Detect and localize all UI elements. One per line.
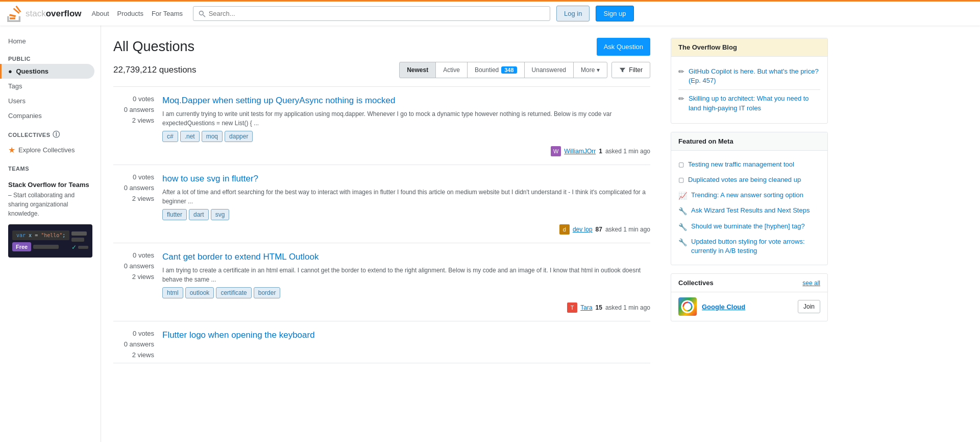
sidebar-item-users[interactable]: Users [0, 94, 94, 108]
question-title[interactable]: Moq.Dapper when setting up QueryAsync no… [162, 96, 395, 105]
bountied-count-badge: 348 [501, 66, 517, 74]
filter-button[interactable]: Filter [611, 62, 650, 78]
meta-item-moderation: 🔧 Ask Wizard Test Results and Next Steps [678, 203, 820, 218]
tag[interactable]: svg [211, 209, 230, 220]
teams-promo: Stack Overflow for Teams – Start collabo… [0, 174, 101, 265]
question-title[interactable]: Flutter logo when opening the keyboard [162, 330, 315, 340]
featured-meta-body: ▢ Testing new traffic management tool ▢ … [671, 151, 827, 265]
question-excerpt: I am trying to create a certificate in a… [162, 266, 650, 284]
question-meta: d dev lop 87 asked 1 min ago [162, 224, 650, 235]
asked-time: asked 1 min ago [605, 226, 650, 233]
blog-post-link[interactable]: GitHub Copilot is here. But what's the p… [689, 67, 820, 85]
main-container: Home PUBLIC ● Questions Tags Users Compa… [0, 26, 980, 442]
question-count: 22,739,212 questions [113, 65, 197, 75]
tag[interactable]: c# [162, 131, 178, 142]
google-cloud-icon [678, 297, 697, 316]
sidebar-item-explore-collectives[interactable]: ★ Explore Collectives [0, 142, 94, 158]
sidebar-item-companies[interactable]: Companies [0, 108, 94, 123]
meta-link[interactable]: Trending: A new answer sorting option [691, 191, 803, 200]
question-user[interactable]: WilliamJOrr [564, 148, 596, 155]
question-user[interactable]: dev lop [573, 226, 593, 233]
collective-name: Google Cloud [702, 303, 745, 311]
tag[interactable]: html [162, 287, 183, 298]
tab-bountied[interactable]: Bountied 348 [467, 62, 525, 78]
nav-products[interactable]: Products [113, 8, 148, 19]
question-excerpt: I am currently trying to write unit test… [162, 109, 650, 128]
featured-meta-widget: Featured on Meta ▢ Testing new traffic m… [671, 132, 828, 265]
meta-link[interactable]: Duplicated votes are being cleaned up [688, 175, 801, 184]
view-count: 2 views [132, 117, 154, 124]
tag[interactable]: border [254, 287, 281, 298]
blog-post-link[interactable]: Skilling up to architect: What you need … [689, 94, 820, 112]
sidebar-item-home[interactable]: Home [0, 34, 94, 49]
asked-time: asked 1 min ago [605, 304, 650, 311]
tab-active[interactable]: Active [435, 62, 468, 78]
info-icon[interactable]: ⓘ [53, 130, 60, 139]
meta-link[interactable]: Testing new traffic management tool [688, 160, 794, 169]
answer-count: 0 answers [124, 106, 154, 113]
question-excerpt: After a lot of time and effort searching… [162, 188, 650, 206]
overflow-blog-header: The Overflow Blog [671, 38, 827, 57]
search-box [193, 6, 550, 21]
view-count: 2 views [132, 195, 154, 202]
overflow-blog-widget: The Overflow Blog ✏ GitHub Copilot is he… [671, 38, 828, 124]
meta-link[interactable]: Should we burninate the [hyphen] tag? [691, 222, 805, 231]
tag[interactable]: dapper [225, 131, 253, 142]
tag[interactable]: outlook [185, 287, 214, 298]
sidebar-section-teams: TEAMS [0, 158, 101, 174]
sidebar-item-questions[interactable]: ● Questions [0, 64, 94, 79]
user-avatar: W [551, 146, 561, 156]
question-item: 0 votes 0 answers 2 views Moq.Dapper whe… [113, 86, 650, 165]
view-count: 2 views [132, 351, 154, 359]
signup-button[interactable]: Sign up [596, 6, 633, 21]
tab-newest[interactable]: Newest [399, 62, 436, 78]
login-button[interactable]: Log in [556, 6, 590, 21]
ask-question-button[interactable]: Ask Question [597, 38, 650, 56]
tag[interactable]: moq [202, 131, 223, 142]
top-nav: About Products For Teams [88, 8, 187, 19]
trending-icon: 📈 [678, 192, 687, 200]
meta-item-moderation: 🔧 Updated button styling for vote arrows… [678, 234, 820, 259]
topbar: stackoverflow About Products For Teams L… [0, 0, 980, 26]
see-all-link[interactable]: see all [802, 280, 820, 287]
user-reputation: 1 [599, 148, 602, 155]
nav-about[interactable]: About [88, 8, 113, 19]
question-body: Cant get border to extend HTML Outlook I… [162, 251, 650, 313]
tag[interactable]: certificate [216, 287, 251, 298]
nav-for-teams[interactable]: For Teams [148, 8, 187, 19]
logo[interactable]: stackoverflow [6, 6, 82, 22]
question-title[interactable]: Cant get border to extend HTML Outlook [162, 252, 318, 262]
left-sidebar: Home PUBLIC ● Questions Tags Users Compa… [0, 26, 101, 442]
collective-link[interactable]: Google Cloud [702, 303, 745, 311]
tag[interactable]: .net [180, 131, 200, 142]
google-cloud-logo [680, 299, 695, 314]
view-count: 2 views [132, 273, 154, 281]
user-avatar: T [567, 303, 577, 313]
filter-controls: Newest Active Bountied 348 Unanswered Mo… [400, 62, 650, 78]
question-stats: 0 votes 0 answers 2 views [113, 173, 154, 235]
search-icon [199, 10, 206, 17]
question-body: Flutter logo when opening the keyboard [162, 330, 650, 359]
question-title[interactable]: how to use svg in flutter? [162, 174, 258, 183]
answer-count: 0 answers [124, 340, 154, 348]
question-stats: 0 votes 0 answers 2 views [113, 251, 154, 313]
square-icon: ▢ [678, 161, 684, 168]
moderation-icon: 🔧 [678, 238, 687, 246]
tab-more[interactable]: More ▾ [573, 62, 607, 78]
sidebar-item-tags[interactable]: Tags [0, 79, 94, 94]
question-user[interactable]: Tara [580, 304, 592, 311]
answer-count: 0 answers [124, 184, 154, 192]
pencil-icon: ✏ [678, 95, 684, 103]
search-input[interactable] [209, 10, 545, 17]
meta-item-trending: 📈 Trending: A new answer sorting option [678, 188, 820, 203]
square-icon: ▢ [678, 176, 684, 183]
question-item: 0 votes 0 answers 2 views Flutter logo w… [113, 321, 650, 363]
meta-link[interactable]: Ask Wizard Test Results and Next Steps [691, 206, 810, 215]
tab-unanswered[interactable]: Unanswered [524, 62, 574, 78]
tag[interactable]: dart [189, 209, 209, 220]
join-button[interactable]: Join [798, 300, 820, 313]
tag[interactable]: flutter [162, 209, 187, 220]
filter-tabs: Newest Active Bountied 348 Unanswered Mo… [400, 62, 607, 78]
vote-count: 0 votes [133, 251, 154, 259]
meta-link[interactable]: Updated button styling for vote arrows: … [691, 237, 820, 255]
